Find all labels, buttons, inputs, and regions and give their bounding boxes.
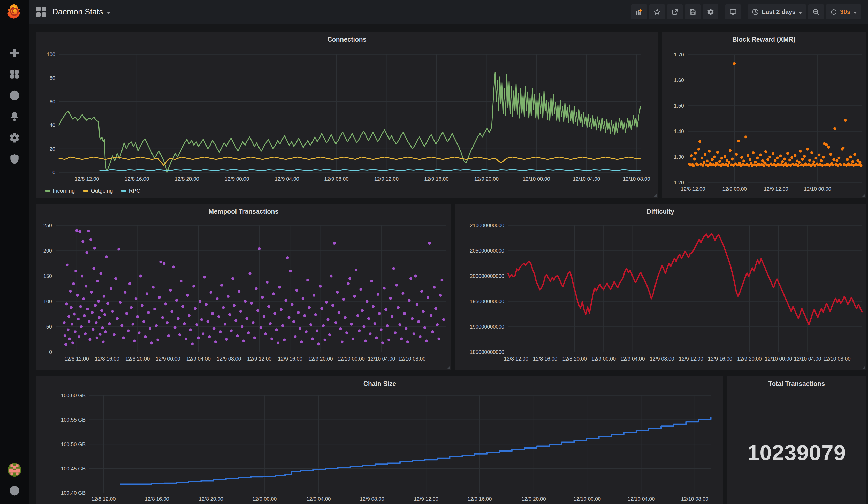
panel-title[interactable]: Block Reward (XMR) [662,36,866,43]
svg-text:12/10 00:00: 12/10 00:00 [523,176,550,182]
svg-text:12/9 00:00: 12/9 00:00 [225,176,249,182]
dashboard-title[interactable]: Daemon Stats [52,7,111,17]
svg-text:12/9 04:00: 12/9 04:00 [186,356,211,362]
svg-text:1.20: 1.20 [674,179,684,185]
svg-text:12/8 12:00: 12/8 12:00 [64,356,89,362]
svg-text:12/9 20:00: 12/9 20:00 [474,176,499,182]
create-icon[interactable] [9,47,20,59]
svg-text:12/10 04:00: 12/10 04:00 [794,356,821,362]
avatar[interactable] [8,463,21,476]
share-button[interactable] [667,4,683,19]
svg-text:20: 20 [50,146,55,152]
sidebar: ? [0,0,29,504]
star-button[interactable] [649,4,665,19]
svg-text:12/9 08:00: 12/9 08:00 [650,356,674,362]
svg-text:12/8 16:00: 12/8 16:00 [533,356,558,362]
svg-text:12/9 20:00: 12/9 20:00 [521,496,546,502]
svg-text:12/8 16:00: 12/8 16:00 [145,496,169,502]
grafana-logo[interactable] [6,3,23,21]
time-range-picker[interactable]: Last 2 days [748,4,806,19]
svg-text:12/9 12:00: 12/9 12:00 [679,356,703,362]
svg-text:60: 60 [50,99,55,104]
svg-text:0: 0 [49,349,52,355]
save-button[interactable] [685,4,701,19]
svg-text:12/9 08:00: 12/9 08:00 [217,356,241,362]
svg-text:205000000000: 205000000000 [470,248,504,254]
svg-text:12/9 04:00: 12/9 04:00 [306,496,331,502]
svg-text:100.60 GB: 100.60 GB [61,393,85,398]
svg-text:12/9 04:00: 12/9 04:00 [620,356,645,362]
explore-compass-icon[interactable] [9,90,20,101]
chain-size-chart[interactable]: 12/8 12:0012/8 16:0012/8 20:0012/9 00:00… [36,376,723,504]
svg-text:12/8 20:00: 12/8 20:00 [199,496,223,502]
svg-text:12/8 20:00: 12/8 20:00 [125,356,150,362]
svg-text:12/9 20:00: 12/9 20:00 [308,356,333,362]
help-icon[interactable]: ? [9,485,20,497]
server-admin-shield-icon[interactable] [9,153,20,165]
panel-block-reward: Block Reward (XMR) 12/8 12:0012/9 00:001… [662,32,866,198]
svg-text:12/10 04:00: 12/10 04:00 [628,496,655,502]
connections-chart[interactable]: 12/8 12:0012/8 16:0012/8 20:0012/9 00:00… [36,32,658,198]
svg-text:1.30: 1.30 [674,154,684,160]
svg-text:100.55 GB: 100.55 GB [61,417,85,423]
panel-title[interactable]: Chain Size [36,380,723,388]
svg-text:12/8 20:00: 12/8 20:00 [562,356,587,362]
top-nav: Daemon Stats Last 2 days [29,0,868,24]
refresh-picker[interactable]: 30s [826,4,861,19]
svg-text:12/10 08:00: 12/10 08:00 [823,356,851,362]
panel-title[interactable]: Difficulty [455,208,866,215]
svg-text:100.40 GB: 100.40 GB [61,490,85,496]
svg-text:50: 50 [46,324,52,330]
svg-text:12/9 00:00: 12/9 00:00 [722,186,747,192]
legend-item-incoming[interactable]: Incoming [45,188,75,194]
panel-mempool: Mempool Transactions 12/8 12:0012/8 16:0… [36,204,451,370]
svg-text:0: 0 [52,169,55,175]
alerting-bell-icon[interactable] [9,111,20,123]
svg-text:12/10 04:00: 12/10 04:00 [368,356,395,362]
configuration-gear-icon[interactable] [9,132,20,144]
cycle-view-mode-button[interactable] [725,4,741,19]
svg-text:190000000000: 190000000000 [470,324,504,330]
dashboard-settings-button[interactable] [703,4,718,19]
svg-text:12/10 00:00: 12/10 00:00 [337,356,365,362]
svg-text:12/8 16:00: 12/8 16:00 [125,176,149,182]
svg-text:200: 200 [43,248,52,254]
svg-text:12/8 12:00: 12/8 12:00 [504,356,528,362]
svg-text:12/9 16:00: 12/9 16:00 [278,356,302,362]
svg-text:12/9 12:00: 12/9 12:00 [374,176,399,182]
svg-text:12/10 00:00: 12/10 00:00 [574,496,601,502]
block-reward-chart[interactable]: 12/8 12:0012/9 00:0012/9 12:0012/10 00:0… [662,32,866,198]
svg-text:150: 150 [43,273,52,279]
panel-title[interactable]: Connections [36,36,658,43]
svg-text:12/8 20:00: 12/8 20:00 [175,176,199,182]
mempool-chart[interactable]: 12/8 12:0012/8 16:0012/8 20:0012/9 00:00… [36,204,451,370]
svg-text:185000000000: 185000000000 [470,349,504,355]
svg-text:12/8 12:00: 12/8 12:00 [681,186,705,192]
add-panel-button[interactable] [631,4,647,19]
svg-text:80: 80 [50,75,55,81]
svg-text:100.45 GB: 100.45 GB [61,466,85,471]
panel-connections: Connections 12/8 12:0012/8 16:0012/8 20:… [36,32,658,198]
svg-text:12/9 16:00: 12/9 16:00 [708,356,732,362]
toolbar: Last 2 days 30s [631,4,861,19]
chevron-down-icon [853,12,857,14]
dashboard-title-text: Daemon Stats [52,7,103,17]
zoom-out-button[interactable] [808,4,824,19]
svg-text:12/9 20:00: 12/9 20:00 [737,356,762,362]
svg-text:12/10 00:00: 12/10 00:00 [765,356,792,362]
svg-text:12/10 08:00: 12/10 08:00 [398,356,426,362]
panel-title[interactable]: Total Transactions [727,380,866,388]
svg-text:12/9 16:00: 12/9 16:00 [424,176,449,182]
svg-text:12/10 00:00: 12/10 00:00 [804,186,831,192]
svg-text:12/8 12:00: 12/8 12:00 [91,496,116,502]
dashboards-icon[interactable] [9,68,20,80]
panel-title[interactable]: Mempool Transactions [36,208,451,215]
svg-text:12/10 08:00: 12/10 08:00 [681,496,709,502]
difficulty-chart[interactable]: 12/8 12:0012/8 16:0012/8 20:0012/9 00:00… [455,204,866,370]
svg-text:12/8 12:00: 12/8 12:00 [75,176,99,182]
legend-item-outgoing[interactable]: Outgoing [83,188,113,194]
legend-item-rpc[interactable]: RPC [122,188,140,194]
dashboard-grid-icon [36,7,46,17]
svg-text:12/9 04:00: 12/9 04:00 [275,176,299,182]
svg-text:12/9 00:00: 12/9 00:00 [252,496,277,502]
